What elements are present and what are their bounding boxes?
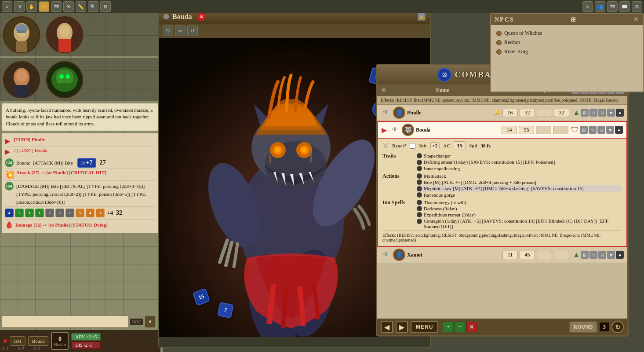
pindle-action-4[interactable]: ▼ — [607, 109, 615, 117]
toolbar-btn-5[interactable]: 🗺 — [51, 1, 62, 12]
ct-row-xamot[interactable]: 👁 👤 Xamot 11 45 ▲ ⊞ ☆ ⚔ ▼ ● — [377, 247, 627, 263]
dis-button[interactable]: DIS -2 -5 — [71, 341, 101, 349]
bouda-eye[interactable]: 👁 — [389, 125, 400, 135]
ct-row-bouda[interactable]: ▶ 👁 🐺 Bouda 14 95 🛡 ⊞ ☆ ⚔ ▼ ● — [377, 121, 627, 139]
adv-label: ADV — [75, 334, 85, 339]
npc-name-queen: Queen of Witches — [504, 30, 542, 37]
ct-prev-button[interactable]: ◀ — [381, 321, 393, 333]
npc-item-redcap[interactable]: Redcap — [495, 38, 640, 47]
xamot-action-2[interactable]: ☆ — [589, 251, 597, 259]
chat-input[interactable] — [2, 315, 128, 328]
toolbar-btn-1[interactable]: ⚔ — [2, 1, 12, 12]
action-multiattack[interactable]: Multiattack — [417, 173, 622, 179]
bouda-active-arrow: ▶ — [382, 126, 387, 134]
bouda-tmp — [536, 126, 551, 134]
bouda-hp: 95 — [519, 126, 534, 134]
portrait-row-2 — [0, 58, 160, 101]
pindle-action-1[interactable]: ⊞ — [581, 109, 589, 117]
settings-dot[interactable] — [4, 339, 7, 343]
die-1: 4 — [5, 209, 14, 217]
toolbar-btn-3[interactable]: ✋ — [26, 1, 37, 12]
trait-shapechanger[interactable]: Shapechanger — [417, 153, 622, 159]
portrait-char2[interactable] — [45, 15, 84, 55]
spell-3-text: Expeditious retreat (3/day) — [424, 212, 476, 217]
trait-defiling-smear[interactable]: Defiling smear (1/day) [SAVEVS: constitu… — [417, 159, 622, 165]
pindle-name: Pindle — [407, 110, 492, 116]
svg-point-39 — [302, 148, 306, 152]
top-toolbar: ⚔ 🗡 ✋ ⊹ 🗺 👁 📏 🔍 ⚙ ⚔ 👥 🗺 📖 ⚙ — [0, 0, 644, 13]
xamot-eye[interactable]: 👁 — [381, 249, 391, 260]
ct-row-pindle[interactable]: 👁 👤 Pindle 🔑 16 32 32 ▲ ⊞ ☆ ⚔ ▼ ● — [377, 105, 627, 121]
spell-dot-4 — [417, 219, 422, 224]
toolbar-btn-4[interactable]: ⊹ — [39, 1, 49, 12]
ct-menu-button[interactable]: MENU — [411, 321, 438, 333]
spell-1-text: Thaumaturgy (at will) — [424, 200, 466, 205]
npc-panel-expand[interactable]: ⊞ — [571, 16, 577, 23]
bouda-action-2[interactable]: ☆ — [589, 126, 597, 134]
bouda-lock-btn[interactable]: 🔒 — [418, 13, 426, 21]
toolbar-right-btn-2[interactable]: 👥 — [595, 1, 605, 12]
spell-darkness[interactable]: Darkness (3/day) — [417, 205, 622, 212]
ct-remove-button[interactable]: ✕ — [466, 322, 477, 332]
log-entry-attack: GM Bouda: [ATTACK (M)] Bite 20 +7 27 — [5, 157, 156, 169]
action-mephitic-claw[interactable]: Mephitic claw [M] [ATK: +7] [DMG: 2d6+4 … — [417, 185, 622, 192]
trait-innate-spellcasting[interactable]: Innate spellcasting — [417, 165, 622, 172]
xamot-action-5[interactable]: ● — [616, 251, 624, 259]
bouda-toolbar-pencil[interactable]: ✏ — [175, 26, 186, 36]
pindle-action-3[interactable]: ⚔ — [598, 109, 606, 117]
bouda-close-btn[interactable]: ✕ — [197, 12, 206, 21]
attack-actor: Bouda: — [16, 160, 30, 165]
npc-list: Queen of Witches Redcap River King — [491, 25, 643, 60]
toolbar-right-btn-3[interactable]: 🗺 — [607, 1, 618, 12]
ct-add-button-1[interactable]: + — [443, 322, 453, 332]
log-entry-turn2: ▶ ? [TURN] Bouda — [5, 147, 156, 157]
bouda-tab[interactable]: Bouda — [28, 336, 49, 346]
action-bite[interactable]: Bite [M] [ATK: +7] [DMG: 2d8+4 piercing … — [417, 179, 622, 185]
ac-value: 15 — [454, 141, 466, 150]
svg-point-18 — [59, 74, 64, 79]
toolbar-right-btn-5[interactable]: ⚙ — [632, 1, 642, 12]
npc-panel-close[interactable]: ✕ — [633, 16, 640, 23]
bouda-toolbar-shield[interactable]: 🛡 — [163, 26, 173, 36]
ct-refresh-button[interactable]: ↻ — [611, 321, 624, 333]
toolbar-btn-7[interactable]: 📏 — [76, 1, 86, 12]
portrait-char4[interactable] — [45, 60, 84, 99]
bouda-ct-name: Bouda — [416, 127, 500, 133]
react-checkbox[interactable] — [410, 143, 415, 149]
npc-item-queen[interactable]: Queen of Witches — [495, 29, 640, 38]
toolbar-btn-6[interactable]: 👁 — [63, 1, 74, 12]
bouda-action-4[interactable]: ▼ — [606, 126, 614, 134]
die-2: 7 — [15, 209, 24, 217]
pindle-eye[interactable]: 👁 — [381, 107, 391, 118]
bouda-toolbar-arrow[interactable]: ↺ — [187, 26, 198, 36]
npc-item-riverking[interactable]: River King — [495, 47, 640, 56]
spell-expeditious-retreat[interactable]: Expeditious retreat (3/day) — [417, 212, 622, 218]
chat-send-button[interactable]: ▼ — [145, 315, 156, 328]
xamot-action-4[interactable]: ▼ — [607, 251, 615, 259]
xamot-action-3[interactable]: ⚔ — [598, 251, 606, 259]
action-ravenous-gorge[interactable]: Ravenous gorge — [417, 192, 622, 198]
toolbar-right-btn-4[interactable]: 📖 — [619, 1, 630, 12]
toolbar-right-btn-1[interactable]: ⚔ — [582, 1, 593, 12]
pindle-action-2[interactable]: ☆ — [589, 109, 597, 117]
toolbar-btn-8[interactable]: 🔍 — [88, 1, 98, 12]
portrait-char3[interactable] — [2, 60, 41, 99]
xamot-action-1[interactable]: ⊞ — [581, 251, 589, 259]
pindle-action-5[interactable]: ● — [616, 109, 624, 117]
spell-contagion[interactable]: Contagion (1/day) [ATK: +5] [SAVEVS: con… — [417, 218, 622, 229]
portrait-char1[interactable] — [2, 15, 41, 55]
gm-tab[interactable]: GM — [10, 336, 25, 346]
adv-button[interactable]: ADV +2 +5 — [71, 333, 101, 341]
bouda-action-1[interactable]: ⊞ — [580, 126, 588, 134]
toolbar-btn-2[interactable]: 🗡 — [14, 1, 25, 12]
ct-add-button-2[interactable]: + — [455, 322, 465, 332]
minus5-label: -5 — [89, 343, 92, 348]
pindle-hp: 32 — [520, 109, 535, 117]
d20-label: 20 — [81, 161, 85, 165]
toolbar-btn-9[interactable]: ⚙ — [100, 1, 111, 12]
ct-round-value: 3 — [599, 322, 610, 332]
ct-next-button[interactable]: ▶ — [396, 321, 408, 333]
bouda-action-3[interactable]: ⚔ — [597, 126, 605, 134]
spell-thaumaturgy[interactable]: Thaumaturgy (at will) — [417, 199, 622, 205]
bouda-action-5[interactable]: ● — [615, 126, 623, 134]
